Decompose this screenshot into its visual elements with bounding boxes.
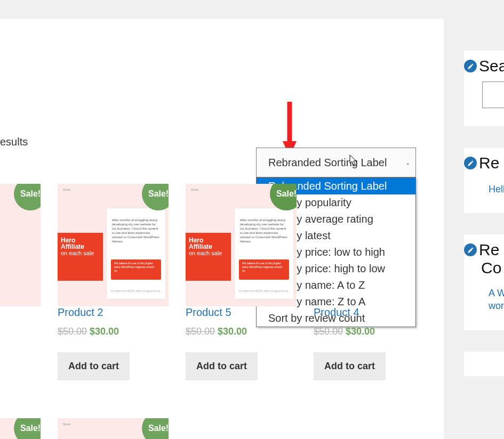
- product-image[interactable]: Sale! Store After months of struggling a…: [186, 184, 297, 306]
- img-testimonial: After months of struggling along develop…: [235, 208, 293, 243]
- product-card: Sale! Hero Affiliate on each sale . .: [0, 184, 41, 387]
- sale-badge: Sale!: [142, 418, 169, 439]
- sort-select[interactable]: Rebranded Sorting Label ⌄: [256, 148, 416, 177]
- img-brand: Store: [63, 188, 70, 191]
- img-foot: If it wasn't for #CSS, Hero I'd spend 5x…: [239, 289, 288, 292]
- product-price: $50.00 $30.00: [186, 326, 297, 337]
- price-old: $50.00: [314, 326, 343, 337]
- product-card: Sale! Store After months of struggling a…: [58, 184, 169, 387]
- edit-icon[interactable]: [464, 243, 477, 256]
- img-hero-line: Hero Affiliate: [61, 237, 100, 250]
- products-grid: Sale! Hero Affiliate on each sale . . Sa…: [0, 184, 425, 387]
- edit-icon[interactable]: [464, 157, 477, 169]
- img-testimonial: After months of struggling along develop…: [107, 208, 165, 243]
- product-title-link[interactable]: Product 5: [186, 306, 231, 318]
- product-card: Sale! Store: [58, 418, 169, 439]
- product-price: $50.00 $30.00: [314, 326, 425, 337]
- product-card: Sale!: [0, 418, 41, 439]
- products-grid-row2: Sale! Sale! Store: [0, 418, 169, 439]
- img-hero-line: Hero Affiliate: [189, 237, 228, 250]
- sidebar-widget-recent: Re Hello: [464, 148, 504, 213]
- sale-badge: Sale!: [142, 184, 169, 210]
- sidebar-comment-line2: worl: [489, 300, 504, 311]
- sidebar-comments-heading: Re: [479, 241, 499, 259]
- main-content: esults Rebranded Sorting Label ⌄ Rebrand…: [0, 19, 444, 439]
- product-title-link[interactable]: Product 4: [314, 306, 359, 318]
- sidebar-search-heading: Sear: [479, 57, 504, 75]
- search-input[interactable]: [482, 82, 504, 108]
- chevron-down-icon: ⌄: [405, 159, 410, 166]
- product-image[interactable]: Sale! Store After months of struggling a…: [58, 184, 169, 306]
- img-hero-sub: on each sale: [189, 250, 228, 256]
- img-hero-sub: on each sale: [61, 250, 100, 256]
- sale-badge: Sale!: [14, 418, 41, 439]
- sort-selected-label: Rebranded Sorting Label: [268, 157, 387, 169]
- add-to-cart-button[interactable]: Add to cart: [314, 352, 386, 380]
- product-title-link[interactable]: Product 2: [58, 306, 103, 318]
- sidebar-recent-link[interactable]: Hello: [489, 184, 504, 195]
- product-image[interactable]: Sale! Store: [58, 418, 169, 439]
- price-new: $30.00: [218, 326, 247, 337]
- img-brand: Store: [191, 188, 198, 191]
- add-to-cart-button[interactable]: Add to cart: [186, 352, 258, 380]
- sidebar-widget-extra: [464, 352, 504, 376]
- product-image[interactable]: Sale! Hero Affiliate on each sale: [0, 184, 41, 306]
- product-price: $50.00 $30.00: [58, 326, 169, 337]
- img-foot: If it wasn't for #CSS, Hero I'd spend 5x…: [111, 289, 160, 292]
- sale-badge: Sale!: [270, 184, 297, 210]
- sidebar-comments-text[interactable]: A W worl: [489, 287, 504, 312]
- price-new: $30.00: [90, 326, 119, 337]
- results-count-label: esults: [0, 136, 28, 148]
- sidebar: Sear Re Hello Re Co A W worl: [464, 19, 504, 439]
- sale-badge: Sale!: [14, 184, 41, 210]
- product-card: Sale! Store After months of struggling a…: [186, 184, 297, 387]
- img-orange-text: We believe it's one of the plugins every…: [111, 259, 161, 275]
- sidebar-comment-line1: A W: [489, 288, 504, 298]
- sidebar-recent-heading: Re: [479, 154, 499, 172]
- img-orange-text: We believe it's one of the plugins every…: [239, 259, 289, 275]
- product-image[interactable]: Sale!: [0, 418, 41, 439]
- edit-icon[interactable]: [464, 60, 477, 72]
- product-card: Product 4 $50.00 $30.00 Add to cart: [314, 184, 425, 387]
- add-to-cart-button[interactable]: Add to cart: [58, 352, 130, 380]
- price-old: $50.00: [58, 326, 87, 337]
- price-new: $30.00: [346, 326, 375, 337]
- price-old: $50.00: [186, 326, 215, 337]
- img-brand: Store: [63, 422, 70, 426]
- sidebar-comments-heading-2: Co: [481, 259, 504, 277]
- sidebar-widget-search: Sear: [464, 51, 504, 126]
- sidebar-widget-comments: Re Co A W worl: [464, 234, 504, 330]
